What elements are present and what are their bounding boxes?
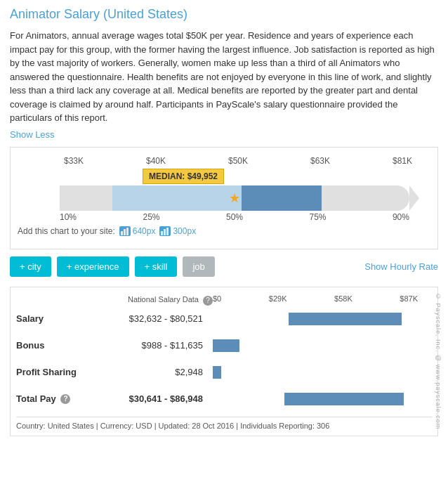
- bonus-row-label: Bonus: [16, 340, 100, 351]
- bar-axis-labels: $0 $29K $58K $87K: [213, 294, 432, 303]
- total-pay-bar-container: [213, 393, 432, 405]
- svg-rect-6: [164, 229, 166, 235]
- median-tooltip-container: MEDIAN: $49,952: [60, 169, 409, 185]
- show-hourly-link[interactable]: Show Hourly Rate: [364, 261, 438, 272]
- total-pay-question-mark[interactable]: ?: [60, 394, 70, 404]
- median-box: MEDIAN: $49,952: [143, 169, 224, 184]
- svg-rect-3: [126, 228, 129, 235]
- add-chart-label: Add this chart to your site:: [18, 226, 115, 236]
- add-chart-row: Add this chart to your site: 640px 300px: [18, 226, 430, 236]
- bonus-bar-container: [213, 339, 432, 352]
- axis-label-4: $63K: [306, 156, 334, 166]
- axis-label-3: $50K: [224, 156, 252, 166]
- salary-axis: $33K $40K $50K $63K $81K: [18, 156, 430, 169]
- profit-sharing-bar: [213, 366, 221, 379]
- filter-buttons-row: + city + experience + skill job Show Hou…: [10, 256, 438, 277]
- svg-rect-1: [121, 231, 123, 235]
- salary-bar-track: ★: [60, 185, 409, 211]
- salary-table-section: National Salary Data ? $0 $29K $58K $87K…: [10, 287, 438, 436]
- salary-row-label: Salary: [16, 313, 100, 324]
- total-pay-bar: [284, 393, 403, 405]
- chart-icon-1: [119, 226, 131, 236]
- bar-axis-0: $0: [213, 294, 221, 303]
- profit-sharing-row-value: $2,948: [100, 367, 213, 377]
- pct-label-1: 10%: [60, 212, 77, 222]
- national-question-mark[interactable]: ?: [203, 296, 213, 306]
- payscale-watermark: © Payscale, Inc. @ www.payscale.com: [435, 287, 442, 436]
- show-less-link[interactable]: Show Less: [10, 129, 55, 140]
- salary-row-value: $32,632 - $80,521: [100, 313, 213, 324]
- page-title: Animator Salary (United States): [10, 7, 438, 22]
- bar-axis-29k: $29K: [269, 294, 287, 303]
- profit-sharing-bar-container: [213, 366, 432, 379]
- job-button[interactable]: job: [183, 256, 214, 277]
- total-pay-row: Total Pay ? $30,641 - $86,948: [16, 390, 432, 408]
- axis-label-5: $81K: [388, 156, 416, 166]
- salary-chart-section: $33K $40K $50K $63K $81K MEDIAN: $49,952…: [10, 147, 438, 249]
- chart-icon-2: [159, 226, 171, 236]
- arrow-right: [409, 185, 419, 211]
- chart-icon-300: 300px: [159, 226, 196, 236]
- pct-label-4: 75%: [309, 212, 326, 222]
- bar-axis-58k: $58K: [334, 294, 353, 303]
- svg-rect-2: [124, 229, 126, 235]
- salary-row: Salary $32,632 - $80,521: [16, 310, 432, 328]
- svg-rect-7: [166, 228, 169, 235]
- size-300-link[interactable]: 300px: [173, 226, 196, 236]
- axis-label-1: $33K: [60, 156, 88, 166]
- salary-bar-container: [213, 313, 432, 325]
- col-header-bars: $0 $29K $58K $87K: [213, 294, 432, 306]
- description-text: For Animators, annual average wages tota…: [10, 29, 438, 125]
- salary-bar: [289, 313, 402, 325]
- total-pay-row-value: $30,641 - $86,948: [100, 393, 213, 404]
- total-pay-label-text: Total Pay: [16, 393, 56, 404]
- bar-fill-dark: [242, 185, 322, 211]
- profit-sharing-row: Profit Sharing $2,948: [16, 363, 432, 382]
- pct-label-2: 25%: [143, 212, 159, 222]
- title-plain: Animator Salary: [10, 7, 103, 21]
- pct-label-3: 50%: [226, 212, 243, 222]
- size-640-link[interactable]: 640px: [133, 226, 156, 236]
- percentile-axis: 10% 25% 50% 75% 90%: [18, 212, 430, 222]
- skill-button[interactable]: + skill: [135, 256, 178, 277]
- col-header-national: National Salary Data ?: [100, 295, 213, 305]
- axis-label-2: $40K: [142, 156, 170, 166]
- bar-fill-light: [112, 185, 242, 211]
- bar-axis-87k: $87K: [400, 294, 418, 303]
- city-button[interactable]: + city: [10, 256, 51, 277]
- profit-sharing-row-label: Profit Sharing: [16, 367, 100, 377]
- bonus-row-value: $988 - $11,635: [100, 340, 213, 351]
- table-footer: Country: United States | Currency: USD |…: [16, 417, 432, 430]
- experience-button[interactable]: + experience: [57, 256, 129, 277]
- title-colored: (United States): [103, 7, 187, 21]
- bonus-row: Bonus $988 - $11,635: [16, 337, 432, 355]
- svg-rect-5: [161, 231, 163, 235]
- national-label: National Salary Data: [128, 295, 199, 304]
- star-marker: ★: [229, 190, 240, 206]
- table-header: National Salary Data ? $0 $29K $58K $87K: [16, 294, 432, 306]
- pct-label-5: 90%: [393, 212, 409, 222]
- total-pay-row-label: Total Pay ?: [16, 393, 100, 405]
- chart-icon-640: 640px: [119, 226, 156, 236]
- bonus-bar: [213, 339, 239, 352]
